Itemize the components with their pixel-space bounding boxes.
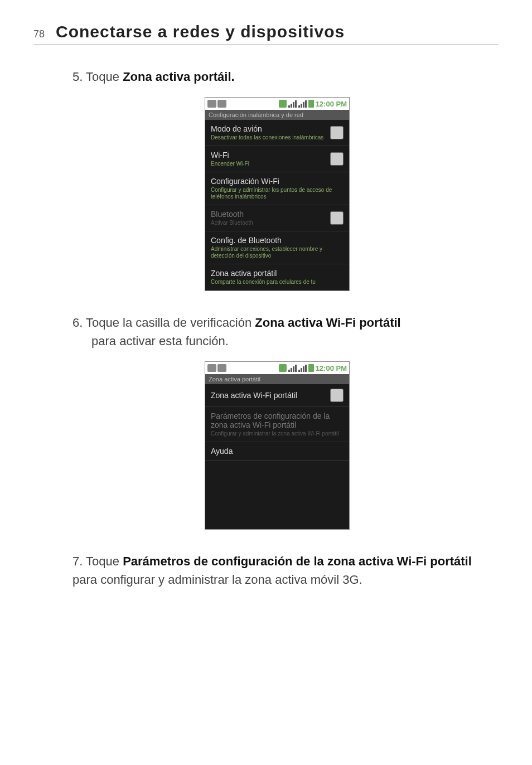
checkbox[interactable]: [330, 211, 344, 225]
step-6: 6. Toque la casilla de verificación Zona…: [72, 313, 482, 350]
step-7: 7. Toque Parámetros de configuración de …: [72, 552, 482, 589]
page-number: 78: [33, 28, 45, 40]
step6-prefix: 6. Toque la casilla de verificación: [72, 316, 255, 330]
row-title: Configuración Wi-Fi: [211, 177, 344, 186]
row-subtitle: Comparte la conexión para celulares de t…: [211, 279, 344, 285]
step7-prefix: 7. Toque: [72, 554, 123, 568]
page-title: Conectarse a redes y dispositivos: [56, 22, 345, 41]
row-subtitle: Activar Bluetooth: [211, 220, 330, 226]
page-header: 78 Conectarse a redes y dispositivos: [33, 22, 499, 45]
screen-title: Zona activa portátil: [205, 374, 349, 384]
settings-row[interactable]: BluetoothActivar Bluetooth: [205, 205, 349, 231]
status-icon: [217, 364, 226, 372]
status-bar: 12:00 PM: [205, 362, 349, 374]
clock: 12:00 PM: [316, 100, 347, 108]
row-subtitle: Encender Wi-Fi: [211, 161, 330, 167]
clock: 12:00 PM: [316, 364, 347, 372]
step5-prefix: 5. Toque: [72, 70, 123, 84]
signal-icon: [288, 365, 297, 372]
row-subtitle: Administrar conexiones, establecer nombr…: [211, 246, 344, 259]
battery-icon: [308, 100, 314, 108]
status-bar: 12:00 PM: [205, 98, 349, 110]
checkbox[interactable]: [330, 389, 344, 402]
signal-icon: [298, 365, 307, 372]
step7-suffix: para configurar y administrar la zona ac…: [72, 573, 362, 587]
settings-row[interactable]: Wi-FiEncender Wi-Fi: [205, 146, 349, 172]
signal-icon: [288, 100, 297, 108]
status-icon: [279, 100, 287, 108]
settings-row[interactable]: Ayuda: [205, 442, 349, 461]
status-icon: [279, 364, 287, 372]
step7-bold: Parámetros de configuración de la zona a…: [123, 554, 472, 568]
screenshot-2: 12:00 PM Zona activa portátil Zona activ…: [205, 361, 350, 530]
row-subtitle: Configurar y administrar los puntos de a…: [211, 187, 344, 200]
step6-bold: Zona activa Wi-Fi portátil: [255, 316, 400, 330]
step5-bold: Zona activa portáil.: [123, 70, 235, 84]
settings-row[interactable]: Modo de aviónDesactivar todas las conexi…: [205, 120, 349, 146]
screen-title: Configuración inalámbrica y de red: [205, 110, 349, 120]
row-title: Bluetooth: [211, 210, 330, 219]
settings-row[interactable]: Zona activa Wi-Fi portátil: [205, 384, 349, 407]
row-title: Parámetros de configuración de la zona a…: [211, 411, 344, 429]
row-subtitle: Desactivar todas las conexiones inalámbr…: [211, 134, 330, 141]
status-icon: [217, 100, 226, 108]
signal-icon: [298, 100, 307, 108]
row-subtitle: Configurar y administrar la zona activa …: [211, 430, 344, 437]
battery-icon: [308, 364, 314, 372]
status-icon: [207, 100, 216, 108]
settings-row[interactable]: Zona activa portátilComparte la conexión…: [205, 264, 349, 290]
row-title: Zona activa Wi-Fi portátil: [211, 391, 330, 400]
row-title: Modo de avión: [211, 124, 330, 133]
status-icon: [207, 364, 216, 372]
settings-row[interactable]: Parámetros de configuración de la zona a…: [205, 407, 349, 442]
screenshot-1: 12:00 PM Configuración inalámbrica y de …: [205, 97, 350, 291]
checkbox[interactable]: [330, 126, 344, 139]
row-title: Wi-Fi: [211, 151, 330, 159]
settings-row[interactable]: Config. de BluetoothAdministrar conexion…: [205, 231, 349, 264]
settings-row[interactable]: Configuración Wi-FiConfigurar y administ…: [205, 172, 349, 205]
row-title: Zona activa portátil: [211, 269, 344, 278]
step6-suffix: para activar esta función.: [91, 334, 229, 348]
row-title: Ayuda: [211, 447, 344, 456]
row-title: Config. de Bluetooth: [211, 236, 344, 245]
screenshot-1-wrap: 12:00 PM Configuración inalámbrica y de …: [72, 97, 482, 291]
checkbox[interactable]: [330, 152, 344, 166]
step-5: 5. Toque Zona activa portáil.: [72, 67, 482, 86]
screenshot-2-wrap: 12:00 PM Zona activa portátil Zona activ…: [72, 361, 482, 530]
